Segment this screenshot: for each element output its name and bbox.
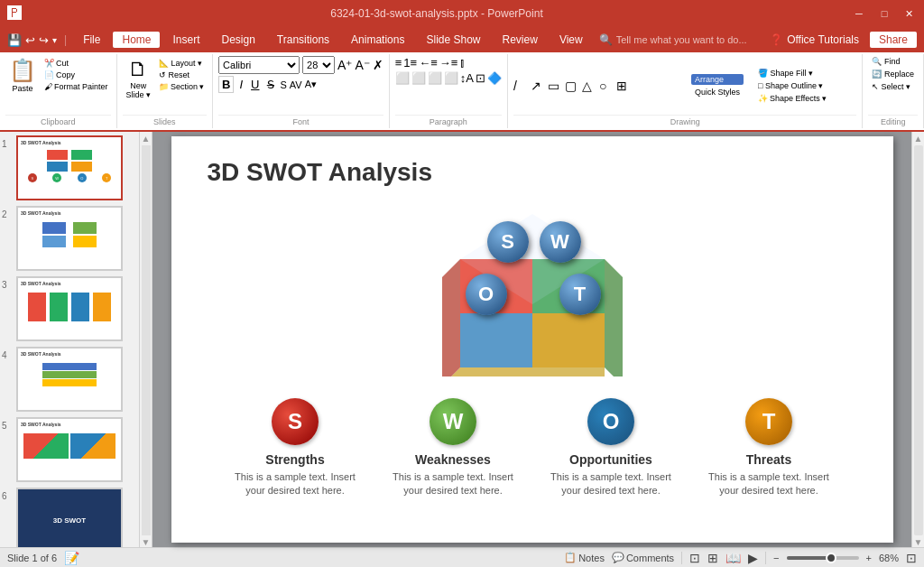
shape-arrow[interactable]: ↗ bbox=[531, 79, 547, 93]
shape-round-rect[interactable]: ▢ bbox=[565, 79, 581, 93]
paste-button[interactable]: 📋 Paste bbox=[5, 56, 40, 95]
shape-fill-button[interactable]: 🪣 Shape Fill ▾ bbox=[754, 68, 830, 79]
minimize-button[interactable]: ─ bbox=[852, 6, 866, 21]
text-direction-button[interactable]: ↕A bbox=[460, 71, 474, 85]
slide-thumb-1[interactable]: 1 3D SWOT Analysis S W O T bbox=[2, 135, 137, 200]
layout-button[interactable]: 📐 Layout ▾ bbox=[156, 58, 207, 69]
bullets-button[interactable]: ≡ bbox=[395, 56, 402, 70]
shape-effects-button[interactable]: ✨ Shape Effects ▾ bbox=[754, 93, 830, 104]
zoom-in-button[interactable]: + bbox=[866, 553, 872, 563]
zoom-level[interactable]: 68% bbox=[879, 553, 899, 563]
menu-insert[interactable]: Insert bbox=[163, 32, 208, 48]
shape-circle[interactable]: ○ bbox=[599, 79, 615, 93]
menu-slideshow[interactable]: Slide Show bbox=[417, 32, 489, 48]
align-right-button[interactable]: ⬜ bbox=[428, 71, 442, 85]
editing-group: 🔍 Find 🔄 Replace ↖ Select ▾ Editing bbox=[863, 54, 924, 128]
char-spacing-button[interactable]: AV bbox=[290, 79, 302, 90]
main-area: 1 3D SWOT Analysis S W O T bbox=[0, 132, 924, 547]
share-button[interactable]: Share bbox=[870, 32, 917, 48]
numbering-button[interactable]: 1≡ bbox=[403, 56, 417, 70]
decrease-indent-button[interactable]: ←≡ bbox=[419, 56, 438, 70]
new-slide-button[interactable]: 🗋 New Slide ▾ bbox=[123, 56, 155, 101]
slide-thumb-6[interactable]: 6 3D SWOT bbox=[2, 488, 137, 547]
slide-notes-icon[interactable]: 📝 bbox=[64, 551, 79, 565]
shape-triangle[interactable]: △ bbox=[582, 79, 598, 93]
section-button[interactable]: 📁 Section ▾ bbox=[156, 81, 207, 92]
swot-threats: T Threats This is a sample text. Insert … bbox=[706, 398, 832, 498]
decrease-font-button[interactable]: A⁻ bbox=[355, 58, 369, 72]
slideshow-button[interactable]: ▶ bbox=[748, 551, 758, 565]
title-bar-controls: ─ □ ✕ bbox=[852, 6, 917, 21]
menu-design[interactable]: Design bbox=[213, 32, 264, 48]
find-button[interactable]: 🔍 Find bbox=[868, 56, 918, 67]
align-center-button[interactable]: ⬜ bbox=[411, 71, 426, 85]
cut-button[interactable]: ✂️Cut bbox=[42, 58, 111, 69]
undo-qa-button[interactable]: ↩ bbox=[25, 33, 35, 47]
columns-button[interactable]: ⫿ bbox=[459, 56, 466, 70]
strikethrough-button[interactable]: S̶ bbox=[264, 77, 277, 92]
scroll-top-button[interactable]: ▲ bbox=[914, 134, 923, 144]
slide-thumb-2[interactable]: 2 3D SWOT Analysis bbox=[2, 206, 137, 271]
paragraph-group: ≡ 1≡ ←≡ →≡ ⫿ ⬜ ⬜ ⬜ ⬜ ↕A ⊡ 🔷 Paragraph bbox=[390, 54, 508, 128]
svg-marker-3 bbox=[532, 313, 605, 367]
increase-font-button[interactable]: A⁺ bbox=[337, 58, 352, 72]
font-color-button[interactable]: A▾ bbox=[305, 79, 317, 90]
menu-file[interactable]: File bbox=[74, 32, 109, 48]
tell-me-input[interactable]: Tell me what you want to do... bbox=[616, 34, 747, 45]
ball-w: W bbox=[540, 221, 581, 263]
menu-transitions[interactable]: Transitions bbox=[268, 32, 338, 48]
italic-button[interactable]: I bbox=[236, 77, 245, 92]
replace-button[interactable]: 🔄 Replace bbox=[868, 69, 918, 79]
menu-home[interactable]: Home bbox=[113, 32, 160, 48]
select-button[interactable]: ↖ Select ▾ bbox=[868, 81, 918, 92]
fit-slide-button[interactable]: ⊡ bbox=[906, 551, 917, 565]
zoom-out-button[interactable]: − bbox=[773, 553, 779, 563]
qa-more-button[interactable]: ▾ bbox=[52, 35, 57, 45]
reset-button[interactable]: ↺ Reset bbox=[156, 70, 207, 80]
menu-review[interactable]: Review bbox=[494, 32, 547, 48]
shape-outline-button[interactable]: □ Shape Outline ▾ bbox=[754, 80, 830, 91]
slide-thumb-3[interactable]: 3 3D SWOT Analysis bbox=[2, 276, 137, 341]
scroll-bottom-button[interactable]: ▼ bbox=[914, 537, 923, 547]
notes-button[interactable]: 📋 Notes bbox=[564, 552, 605, 563]
office-tutorials-link[interactable]: ❓ Office Tutorials bbox=[770, 33, 859, 46]
scroll-down-button[interactable]: ▼ bbox=[142, 537, 151, 547]
increase-indent-button[interactable]: →≡ bbox=[439, 56, 458, 70]
align-left-button[interactable]: ⬜ bbox=[395, 71, 410, 85]
align-text-button[interactable]: ⊡ bbox=[476, 71, 485, 85]
slide-thumb-4[interactable]: 4 3D SWOT Analysis bbox=[2, 347, 137, 412]
slide-img-3: 3D SWOT Analysis bbox=[16, 276, 123, 341]
zoom-slider[interactable] bbox=[787, 556, 859, 560]
comments-icon: 💬 bbox=[612, 552, 624, 563]
comments-button[interactable]: 💬 Comments bbox=[612, 552, 674, 563]
menu-view[interactable]: View bbox=[550, 32, 592, 48]
clear-format-button[interactable]: ✗ bbox=[373, 58, 383, 72]
underline-button[interactable]: U bbox=[248, 77, 262, 92]
redo-qa-button[interactable]: ↪ bbox=[39, 33, 49, 47]
font-family-select[interactable]: Calibri bbox=[218, 56, 300, 74]
copy-button[interactable]: 📄Copy bbox=[42, 70, 111, 80]
strengths-icon: S bbox=[272, 398, 319, 445]
quick-styles-button[interactable]: Quick Styles bbox=[691, 87, 744, 98]
slides-group: 🗋 New Slide ▾ 📐 Layout ▾ ↺ Reset 📁 Secti… bbox=[117, 54, 214, 128]
smartart-button[interactable]: 🔷 bbox=[487, 71, 502, 85]
save-qa-button[interactable]: 💾 bbox=[7, 33, 22, 47]
slide-sorter-button[interactable]: ⊞ bbox=[707, 551, 718, 565]
menu-animations[interactable]: Animations bbox=[342, 32, 413, 48]
shape-line[interactable]: / bbox=[513, 79, 530, 93]
font-size-select[interactable]: 28 bbox=[302, 56, 335, 74]
justify-button[interactable]: ⬜ bbox=[444, 71, 458, 85]
slide-canvas[interactable]: 3D SWOT Analysis bbox=[171, 136, 893, 543]
reading-view-button[interactable]: 📖 bbox=[725, 551, 741, 565]
restore-button[interactable]: □ bbox=[877, 6, 892, 21]
slide-thumb-5[interactable]: 5 3D SWOT Analysis bbox=[2, 417, 137, 482]
bold-button[interactable]: B bbox=[218, 76, 234, 93]
close-button[interactable]: ✕ bbox=[902, 6, 917, 21]
scroll-up-button[interactable]: ▲ bbox=[142, 134, 151, 144]
shadow-button[interactable]: S bbox=[280, 79, 286, 90]
arrange-button[interactable]: Arrange bbox=[691, 74, 744, 85]
normal-view-button[interactable]: ⊡ bbox=[689, 551, 700, 565]
shape-more[interactable]: ⊞ bbox=[616, 79, 633, 93]
format-painter-button[interactable]: 🖌Format Painter bbox=[42, 81, 111, 92]
shape-rect[interactable]: ▭ bbox=[548, 79, 564, 93]
